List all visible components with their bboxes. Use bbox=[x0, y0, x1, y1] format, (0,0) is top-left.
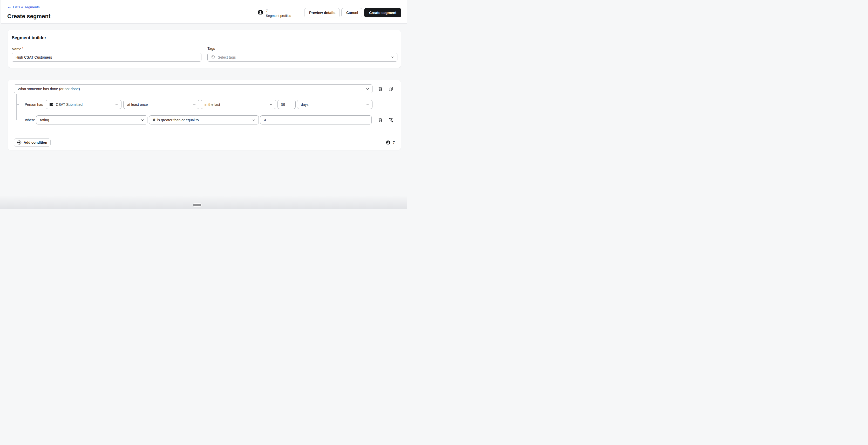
frequency-value: at least once bbox=[127, 102, 190, 107]
segment-builder-title: Segment builder bbox=[12, 35, 46, 40]
condition-profile-count: 7 bbox=[386, 140, 395, 145]
drag-handle[interactable] bbox=[193, 204, 201, 206]
cancel-button[interactable]: Cancel bbox=[341, 8, 362, 18]
timeframe-select[interactable]: in the last bbox=[200, 100, 276, 109]
bottom-shadow bbox=[0, 195, 407, 209]
name-label: Name* bbox=[12, 46, 23, 51]
chevron-down-icon bbox=[366, 103, 369, 106]
funnel-plus-icon bbox=[389, 118, 394, 123]
metric-flag-icon bbox=[50, 103, 54, 106]
create-segment-button[interactable]: Create segment bbox=[364, 8, 401, 18]
property-value: rating bbox=[40, 118, 138, 122]
chevron-down-icon bbox=[391, 56, 394, 59]
person-has-label: Person has bbox=[25, 102, 43, 107]
hash-icon: # bbox=[153, 118, 155, 123]
delete-filter-button[interactable] bbox=[377, 117, 383, 123]
timeframe-unit-select[interactable]: days bbox=[297, 100, 372, 109]
back-arrow-icon: ← bbox=[7, 5, 11, 9]
timeframe-value: in the last bbox=[205, 102, 267, 107]
chevron-down-icon bbox=[252, 118, 255, 122]
trash-icon bbox=[378, 118, 382, 123]
delete-condition-button[interactable] bbox=[377, 86, 383, 92]
segment-builder-card: Segment builder Name* Tags Select tags bbox=[8, 30, 401, 68]
operator-select[interactable]: # is greater than or equal to bbox=[149, 115, 259, 125]
metric-value: CSAT Submitted bbox=[56, 102, 113, 107]
condition-connector-stub bbox=[17, 104, 19, 105]
chevron-down-icon bbox=[270, 103, 273, 106]
property-select[interactable]: rating bbox=[36, 115, 148, 125]
duplicate-condition-button[interactable] bbox=[388, 86, 394, 92]
trash-icon bbox=[378, 87, 382, 91]
where-label: where bbox=[25, 118, 35, 122]
timeframe-number-input[interactable] bbox=[277, 100, 296, 109]
timeframe-unit-value: days bbox=[301, 102, 364, 107]
segment-profiles-summary: 7 Segment profiles bbox=[257, 8, 291, 19]
condition-type-select[interactable]: What someone has done (or not done) bbox=[14, 84, 372, 93]
comparison-value-input[interactable] bbox=[260, 115, 372, 125]
condition-card: What someone has done (or not done) Pers… bbox=[8, 80, 401, 150]
page-header: ← Lists & segments Create segment 7 Segm… bbox=[1, 0, 407, 24]
condition-type-value: What someone has done (or not done) bbox=[18, 87, 364, 91]
profile-count: 7 bbox=[266, 8, 291, 13]
condition-connector-stub bbox=[17, 120, 19, 120]
chevron-down-icon bbox=[366, 88, 369, 91]
preview-details-button[interactable]: Preview details bbox=[304, 8, 340, 18]
chevron-down-icon bbox=[141, 118, 144, 122]
add-condition-button[interactable]: Add condition bbox=[14, 138, 51, 146]
frequency-select[interactable]: at least once bbox=[123, 100, 199, 109]
tags-placeholder: Select tags bbox=[218, 55, 389, 59]
back-link[interactable]: ← Lists & segments bbox=[7, 5, 40, 9]
profile-circle-icon bbox=[257, 10, 263, 19]
add-condition-label: Add condition bbox=[24, 141, 47, 144]
tags-label: Tags bbox=[207, 46, 215, 50]
window-edge-line bbox=[1, 0, 1, 209]
plus-circle-icon bbox=[17, 140, 22, 145]
metric-select[interactable]: CSAT Submitted bbox=[46, 100, 122, 109]
page-title: Create segment bbox=[7, 13, 50, 20]
segment-name-input[interactable] bbox=[12, 53, 202, 62]
add-filter-button[interactable] bbox=[388, 117, 394, 123]
required-asterisk: * bbox=[22, 46, 23, 50]
profile-count-label: Segment profiles bbox=[266, 13, 291, 19]
chevron-down-icon bbox=[115, 103, 118, 106]
copy-icon bbox=[389, 87, 393, 91]
condition-profile-count-value: 7 bbox=[393, 141, 395, 145]
operator-value: is greater than or equal to bbox=[157, 118, 250, 122]
back-link-label: Lists & segments bbox=[13, 5, 40, 9]
tags-select[interactable]: Select tags bbox=[207, 53, 397, 62]
profile-circle-icon bbox=[386, 140, 391, 145]
condition-connector-line bbox=[17, 94, 17, 120]
tag-icon bbox=[211, 55, 215, 59]
chevron-down-icon bbox=[193, 103, 196, 106]
